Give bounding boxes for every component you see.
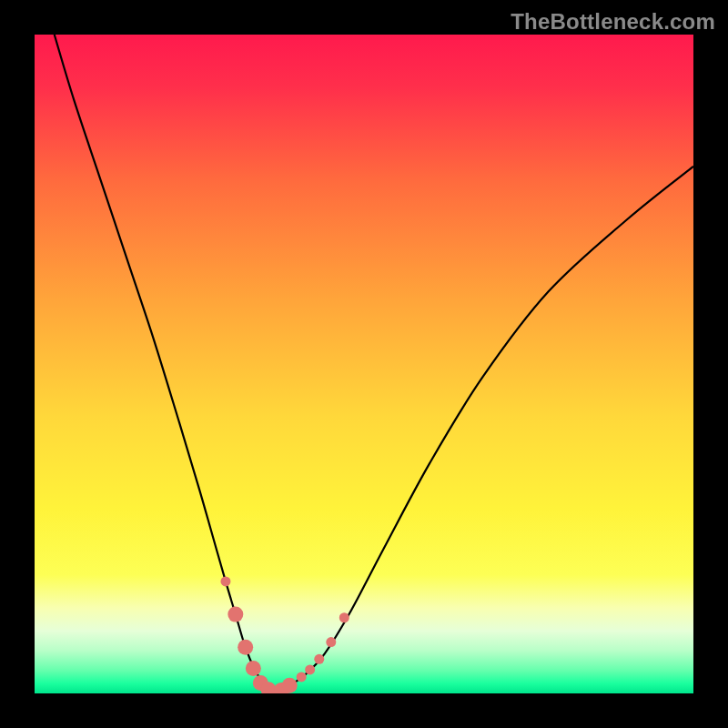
plot-area <box>35 35 693 693</box>
marker-dot <box>246 661 261 676</box>
marker-dot <box>238 640 253 655</box>
marker-dot <box>220 576 230 586</box>
marker-dot <box>339 612 349 622</box>
watermark-text: TheBottleneck.com <box>511 9 715 35</box>
curve-markers <box>220 576 349 693</box>
bottleneck-curve <box>35 35 693 693</box>
marker-dot <box>305 664 315 674</box>
marker-dot <box>326 637 336 647</box>
marker-dot <box>282 678 298 693</box>
marker-dot <box>314 654 324 664</box>
curve-line <box>55 35 693 692</box>
marker-dot <box>228 607 243 622</box>
marker-dot <box>297 672 307 682</box>
chart-frame: TheBottleneck.com <box>0 0 728 728</box>
